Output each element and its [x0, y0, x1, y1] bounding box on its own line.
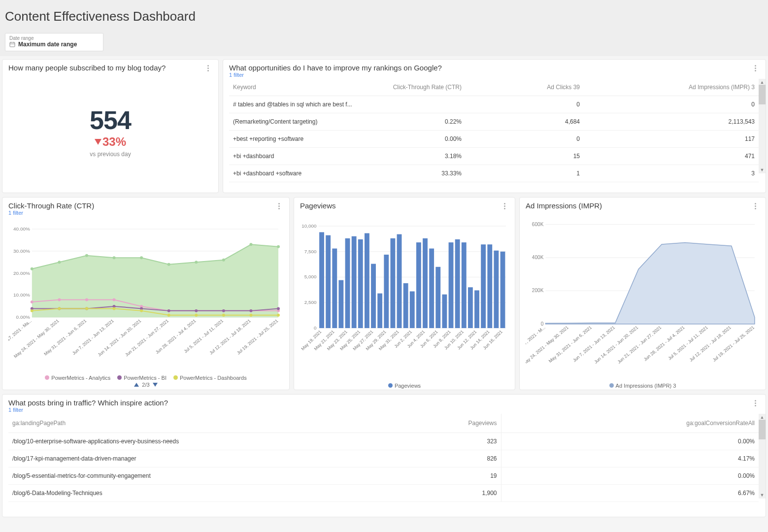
- kebab-icon[interactable]: [274, 201, 283, 210]
- svg-text:7,500: 7,500: [304, 249, 317, 254]
- table-row[interactable]: +bi +dashboard3.18%15471: [229, 148, 759, 165]
- svg-rect-84: [384, 255, 389, 328]
- svg-text:May 31, 2021 - Jun 6, 2021: May 31, 2021 - Jun 6, 2021: [548, 325, 593, 364]
- date-range-value: Maximum date range: [18, 41, 77, 48]
- kebab-icon[interactable]: [203, 64, 212, 72]
- scrollbar[interactable]: ▲ ▼: [759, 79, 766, 173]
- svg-rect-85: [390, 238, 395, 328]
- svg-rect-91: [429, 249, 434, 329]
- svg-rect-95: [455, 239, 460, 328]
- svg-rect-76: [332, 249, 337, 329]
- svg-point-34: [31, 300, 33, 303]
- change-percent: 33%: [95, 135, 126, 149]
- svg-rect-102: [501, 252, 505, 328]
- card-title: Ad Impressions (IMPR): [526, 201, 602, 210]
- svg-point-35: [58, 298, 61, 301]
- th-keyword[interactable]: Keyword: [229, 79, 357, 96]
- ctr-legend: PowerMetrics - AnalyticsPowerMetrics - B…: [2, 372, 289, 382]
- kebab-icon[interactable]: [751, 64, 760, 72]
- table-row[interactable]: +bi +dashboard +software33.33%13: [229, 165, 759, 182]
- scrollbar[interactable]: ▲ ▼: [759, 414, 766, 499]
- svg-text:May 24, 2021 - May 30, 2021: May 24, 2021 - May 30, 2021: [13, 318, 60, 359]
- filter-link[interactable]: 1 filter: [8, 210, 94, 216]
- legend-pager[interactable]: 2/3: [2, 382, 289, 390]
- table-row[interactable]: +best +reporting +software0.00%0117: [229, 131, 759, 148]
- date-range-selector[interactable]: Date range Maximum date range: [5, 33, 103, 51]
- svg-point-37: [113, 298, 116, 301]
- table-row[interactable]: (Remarketing/Content targeting)0.22%4,68…: [229, 113, 759, 131]
- impressions-legend: Ad Impressions (IMPR) 3: [520, 380, 766, 390]
- ctr-chart-card: Click-Through Rate (CTR) 1 filter 0.00%1…: [2, 197, 290, 390]
- opportunities-card: What opportunities do I have to improve …: [223, 59, 766, 193]
- posts-card: What posts bring in traffic? Which inspi…: [2, 394, 766, 517]
- svg-rect-79: [352, 236, 357, 328]
- svg-point-63: [277, 314, 280, 317]
- svg-point-55: [58, 307, 61, 310]
- svg-text:20.00%: 20.00%: [13, 270, 30, 276]
- kebab-icon[interactable]: [500, 201, 509, 210]
- filter-link[interactable]: 1 filter: [8, 407, 168, 413]
- svg-rect-82: [371, 264, 376, 328]
- svg-rect-86: [397, 234, 402, 329]
- th-pageviews[interactable]: Pageviews: [255, 414, 501, 433]
- svg-rect-97: [468, 287, 473, 328]
- svg-rect-94: [449, 242, 454, 328]
- svg-point-56: [85, 307, 88, 310]
- th-impressions[interactable]: Ad Impressions (IMPR) 3: [584, 79, 759, 96]
- pager-up-icon[interactable]: [134, 383, 139, 387]
- svg-rect-100: [487, 244, 492, 328]
- subscribers-value: 554: [90, 105, 131, 135]
- svg-point-62: [249, 314, 252, 317]
- table-row[interactable]: /blog/17-kpi-management-data-driven-mana…: [8, 450, 759, 467]
- svg-point-25: [58, 261, 61, 264]
- th-conversion[interactable]: ga:goalConversionRateAll: [501, 414, 759, 433]
- card-title: What posts bring in traffic? Which inspi…: [8, 399, 168, 407]
- table-row[interactable]: /blog/5-essential-metrics-for-community-…: [8, 467, 759, 485]
- svg-point-32: [249, 243, 252, 246]
- table-row[interactable]: /blog/10-enterprise-software-application…: [8, 433, 759, 450]
- scroll-down-icon[interactable]: ▼: [760, 493, 765, 498]
- svg-point-59: [167, 314, 170, 317]
- svg-point-61: [222, 314, 225, 317]
- pageviews-chart-card: Pageviews 02,5005,0007,50010,000May 19, …: [294, 197, 515, 390]
- kebab-icon[interactable]: [751, 201, 760, 210]
- scroll-up-icon[interactable]: ▲: [760, 80, 765, 85]
- table-row[interactable]: # tables and @tables in sql which are be…: [229, 96, 759, 113]
- scroll-up-icon[interactable]: ▲: [760, 415, 765, 420]
- scroll-thumb[interactable]: [759, 420, 766, 439]
- dashboard-header: Content Effectiveness Dashboard Date ran…: [0, 0, 768, 56]
- svg-rect-96: [462, 242, 467, 328]
- impressions-chart-card: Ad Impressions (IMPR) 0200K400K600KMay 1…: [519, 197, 766, 390]
- pager-down-icon[interactable]: [153, 383, 158, 387]
- scroll-thumb[interactable]: [759, 85, 766, 104]
- svg-text:0: 0: [314, 325, 317, 331]
- filter-link[interactable]: 1 filter: [229, 72, 442, 78]
- subscribers-card: How many people subscribed to my blog to…: [2, 59, 219, 193]
- svg-rect-99: [481, 244, 486, 328]
- svg-point-31: [222, 259, 225, 262]
- table-row[interactable]: /blog/6-Data-Modeling-Techniques1,9006.6…: [8, 485, 759, 502]
- th-landing-path[interactable]: ga:landingPagePath: [8, 414, 255, 433]
- svg-text:2,500: 2,500: [304, 299, 317, 305]
- kebab-icon[interactable]: [751, 399, 760, 407]
- th-clicks[interactable]: Ad Clicks 39: [466, 79, 584, 96]
- card-title: What opportunities do I have to improve …: [229, 64, 442, 72]
- svg-rect-89: [416, 242, 421, 328]
- svg-rect-74: [319, 232, 324, 328]
- svg-rect-0: [10, 42, 15, 47]
- svg-rect-83: [377, 294, 382, 328]
- calendar-icon: [9, 41, 15, 47]
- svg-rect-81: [365, 233, 369, 328]
- svg-rect-87: [403, 283, 408, 328]
- card-title: Pageviews: [300, 201, 336, 210]
- svg-point-30: [195, 261, 198, 264]
- svg-point-36: [85, 298, 88, 301]
- th-ctr[interactable]: Click-Through Rate (CTR): [357, 79, 466, 96]
- scroll-down-icon[interactable]: ▼: [760, 167, 765, 172]
- svg-rect-80: [358, 239, 363, 328]
- svg-text:10,000: 10,000: [301, 223, 317, 229]
- svg-text:Jun 14, 2021 - Jun 20, 2021: Jun 14, 2021 - Jun 20, 2021: [97, 318, 142, 357]
- svg-point-26: [85, 254, 88, 257]
- svg-text:Jun 21, 2021 - Jun 27, 2021: Jun 21, 2021 - Jun 27, 2021: [616, 325, 662, 365]
- dashboard-title: Content Effectiveness Dashboard: [5, 9, 763, 24]
